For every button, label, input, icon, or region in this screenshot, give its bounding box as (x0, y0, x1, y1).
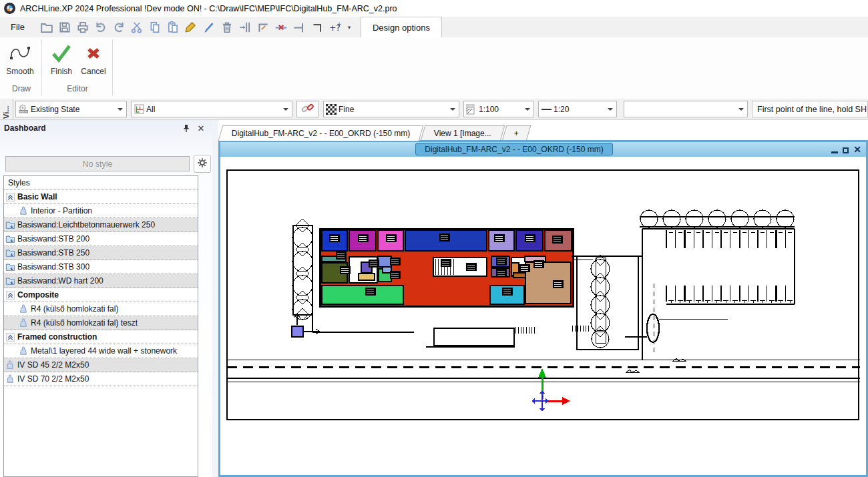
vi-vertical-label[interactable]: Vi... (0, 99, 13, 120)
cancel-x-icon (76, 40, 111, 67)
style-item-row[interactable]: Basiswand:WD hart 200 (4, 274, 198, 288)
style-label: Framed construction (16, 332, 97, 342)
add-query-icon[interactable]: +?+ (327, 19, 345, 36)
style-group-row[interactable]: Basic Wall (4, 190, 198, 204)
style-item-row[interactable]: Metal\1 layered 44 wide wall + stonework (4, 344, 198, 358)
scale-value: 1:100 (479, 105, 521, 114)
ribbon-group-editor: Editor (44, 84, 111, 93)
file-menu[interactable]: File (7, 20, 29, 34)
trim-corner-icon[interactable] (254, 19, 272, 36)
style-label: IV SD 70 2/2 M2x50 (16, 374, 89, 384)
empty-combo[interactable] (624, 101, 748, 117)
format-painter-icon[interactable] (182, 19, 200, 36)
cancel-label: Cancel (81, 67, 105, 76)
print-icon[interactable] (74, 19, 92, 36)
collapse-chevron-icon[interactable] (4, 193, 16, 201)
trim-end-icon[interactable] (290, 19, 308, 36)
redo-icon[interactable] (110, 19, 128, 36)
offset-wall-icon[interactable] (236, 19, 254, 36)
state-value: Existing State (31, 105, 114, 114)
open-folder-icon[interactable] (38, 19, 56, 36)
tab-view1[interactable]: View 1 [Image... (421, 125, 505, 141)
style-item-row[interactable]: Interior - Partition (4, 204, 198, 218)
finish-button[interactable]: Finish (44, 40, 79, 76)
delete-icon[interactable] (218, 19, 236, 36)
style-item-row[interactable]: Basiswand:STB 200 (4, 232, 198, 246)
maximize-button[interactable] (843, 147, 849, 153)
close-icon[interactable]: ✕ (194, 123, 208, 133)
style-item-row[interactable]: IV SD 70 2/2 M2x50 (4, 372, 198, 386)
style-item-row[interactable]: Basiswand:STB 300 (4, 260, 198, 274)
chevron-down-icon[interactable] (446, 101, 459, 117)
drawing-window-titlebar[interactable]: DigitalHub_FM-ARC_v2 - - E00_OKRD (-150 … (220, 142, 866, 157)
line-scale-value: 1:20 (554, 105, 604, 114)
drawing-tab-bar: DigitalHub_FM-ARC_v2 - - E00_OKRD (-150 … (220, 125, 529, 141)
dashboard-settings-button[interactable] (194, 155, 211, 173)
delete-segment-icon[interactable] (272, 19, 290, 36)
pin-icon[interactable] (179, 124, 194, 133)
line-icon (539, 104, 554, 115)
pen-icon[interactable] (200, 19, 218, 36)
style-search-box[interactable]: No style (5, 156, 190, 171)
style-group-row[interactable]: Composite (4, 288, 198, 302)
cancel-button[interactable]: Cancel (76, 40, 111, 76)
cut-icon[interactable] (128, 19, 146, 36)
styles-list: Styles Basic WallInterior - PartitionBas… (3, 175, 198, 477)
design-options-tab[interactable]: Design options (361, 17, 442, 38)
link-layers-button[interactable] (296, 101, 319, 117)
scale-dropdown[interactable]: 1:100 (463, 101, 534, 117)
undo-icon[interactable] (92, 19, 110, 36)
gear-icon (197, 157, 208, 171)
collapse-chevron-icon[interactable] (4, 291, 16, 300)
style-item-row[interactable]: R4 (külső homlokzati fal) teszt (4, 316, 198, 330)
scale-icon (464, 104, 479, 115)
state-dropdown[interactable]: Existing State (15, 101, 127, 117)
floorplan-svg[interactable] (220, 157, 866, 475)
chevron-down-icon[interactable] (521, 101, 533, 117)
style-group-row[interactable]: Framed construction (4, 330, 198, 344)
ribbon-separator (41, 39, 42, 95)
chevron-down-icon[interactable] (604, 101, 616, 117)
style-label: Metal\1 layered 44 wide wall + stonework (29, 346, 177, 356)
style-icon (17, 318, 29, 328)
chevron-down-icon[interactable] (279, 101, 292, 117)
style-label: Basiswand:Leichtbetonmauerwerk 250 (16, 220, 155, 229)
smooth-button[interactable]: Smooth (3, 40, 37, 76)
finish-label: Finish (51, 67, 72, 76)
status-prompt-text: First point of the line, hold SHIFT (757, 105, 868, 114)
chevron-down-icon[interactable] (734, 101, 747, 117)
wall-style-icon (4, 262, 16, 272)
tab-new-plus[interactable]: + (502, 125, 531, 141)
close-window-button[interactable]: ✕ (853, 145, 861, 154)
style-label: R4 (külső homlokzati fal) teszt (29, 318, 138, 328)
checkerboard-icon (324, 104, 339, 115)
minimize-button[interactable] (831, 151, 838, 153)
paste-icon[interactable] (164, 19, 182, 36)
copy-icon[interactable] (146, 19, 164, 36)
wall-style-icon (4, 220, 16, 229)
dashboard-header: Dashboard ✕ (0, 120, 212, 136)
style-label: Basiswand:WD hart 200 (16, 276, 103, 286)
layer-dropdown[interactable]: All (131, 101, 292, 117)
ribbon-separator (112, 39, 113, 95)
style-search-placeholder: No style (82, 159, 112, 169)
status-prompt: First point of the line, hold SHIFT (752, 101, 868, 117)
style-label: Basic Wall (16, 192, 57, 201)
corner-icon[interactable] (308, 19, 327, 36)
design-options-label: Design options (373, 23, 430, 33)
line-scale-dropdown[interactable]: 1:20 (538, 101, 617, 117)
style-item-row[interactable]: Basiswand:Leichtbetonmauerwerk 250 (4, 218, 198, 232)
chevron-down-icon[interactable] (114, 101, 126, 117)
more-caret-icon[interactable]: ▾ (345, 19, 354, 36)
style-item-row[interactable]: Basiswand:STB 250 (4, 246, 198, 260)
panel-splitter[interactable] (212, 120, 218, 477)
save-icon[interactable] (56, 19, 74, 36)
detail-level-dropdown[interactable]: Fine (323, 101, 459, 117)
style-icon (4, 360, 16, 370)
smooth-label: Smooth (6, 67, 33, 76)
collapse-chevron-icon[interactable] (4, 333, 16, 342)
tab-floorplan[interactable]: DigitalHub_FM-ARC_v2 - - E00_OKRD (-150 … (218, 125, 424, 141)
style-item-row[interactable]: IV SD 45 2/2 M2x50 (4, 358, 198, 372)
drawing-canvas[interactable] (220, 157, 866, 475)
style-item-row[interactable]: R4 (külső homlokzati fal) (4, 302, 198, 316)
